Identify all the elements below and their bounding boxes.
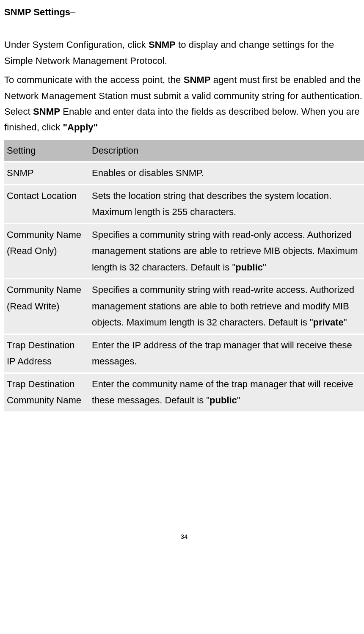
description-cell: Enter the community name of the trap man… — [89, 374, 364, 411]
para2-bold1: SNMP — [184, 74, 211, 85]
table-row: Community Name (Read Write) Specifies a … — [4, 279, 364, 334]
heading-dash: – — [70, 7, 75, 17]
table-row: Community Name (Read Only) Specifies a c… — [4, 224, 364, 278]
description-cell: Enables or disables SNMP. — [89, 163, 364, 184]
description-cell: Specifies a community string with read-w… — [89, 279, 364, 334]
description-cell: Sets the location string that describes … — [89, 185, 364, 223]
setting-cell: Trap Destination Community Name — [4, 374, 89, 411]
paragraph-2: To communicate with the access point, th… — [4, 72, 364, 135]
table-header-row: Setting Description — [4, 140, 364, 162]
desc-post: " — [344, 317, 347, 328]
table-row: Trap Destination Community Name Enter th… — [4, 374, 364, 411]
table-row: Trap Destination IP Address Enter the IP… — [4, 335, 364, 372]
setting-cell: Community Name (Read Only) — [4, 224, 89, 278]
section-heading: SNMP Settings– — [4, 4, 364, 20]
para1-text1: Under System Configuration, click — [4, 39, 149, 50]
setting-cell: Trap Destination IP Address — [4, 335, 89, 372]
table-row: Contact Location Sets the location strin… — [4, 185, 364, 223]
setting-cell: Community Name (Read Write) — [4, 279, 89, 334]
setting-cell: SNMP — [4, 163, 89, 184]
description-cell: Specifies a community string with read-o… — [89, 224, 364, 278]
page-number: 34 — [4, 531, 364, 542]
settings-table: Setting Description SNMP Enables or disa… — [4, 139, 364, 413]
desc-pre: Specifies a community string with read-o… — [92, 229, 358, 273]
desc-post: " — [237, 395, 240, 405]
header-description: Description — [89, 140, 364, 162]
table-row: SNMP Enables or disables SNMP. — [4, 163, 364, 184]
heading-title: SNMP Settings — [4, 7, 70, 17]
paragraph-1: Under System Configuration, click SNMP t… — [4, 37, 364, 69]
desc-bold: private — [313, 317, 344, 328]
desc-bold: public — [235, 262, 263, 273]
para2-text1: To communicate with the access point, th… — [4, 74, 184, 85]
description-cell: Enter the IP address of the trap manager… — [89, 335, 364, 372]
setting-cell: Contact Location — [4, 185, 89, 223]
para2-bold3: "Apply" — [63, 122, 98, 132]
header-setting: Setting — [4, 140, 89, 162]
para2-bold2: SNMP — [33, 106, 60, 117]
desc-bold: public — [210, 395, 237, 405]
desc-post: " — [263, 262, 266, 273]
para1-bold1: SNMP — [149, 39, 176, 50]
